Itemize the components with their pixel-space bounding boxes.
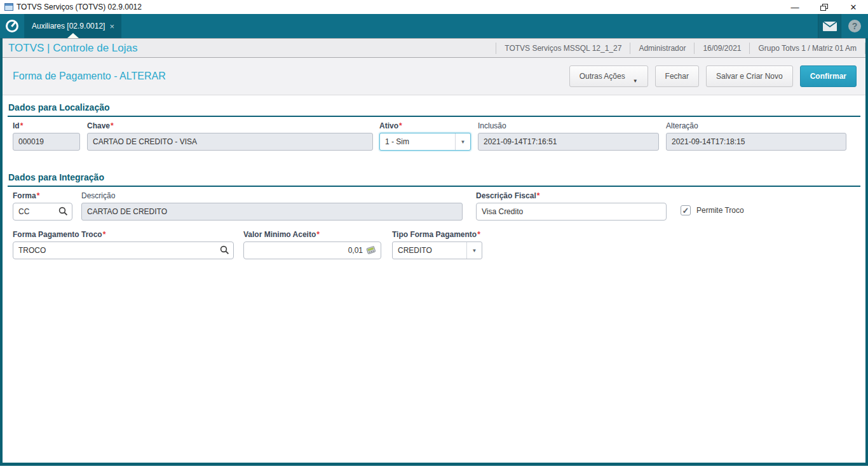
id-label: Id* [13, 121, 80, 130]
field-forma: Forma* [13, 191, 72, 221]
section-title-integracao: Dados para Integração [8, 172, 860, 187]
salvar-criar-novo-button[interactable]: Salvar e Criar Novo [706, 65, 793, 87]
help-button[interactable]: ? [841, 14, 868, 38]
calculator-icon[interactable] [366, 245, 377, 255]
field-descricao: Descrição [81, 191, 463, 221]
descricao-label: Descrição [81, 191, 463, 200]
alteracao-label: Alteração [666, 121, 846, 130]
chave-label: Chave* [87, 121, 373, 130]
required-marker: * [111, 121, 114, 130]
action-toolbar: Forma de Pagamento - ALTERAR Outras Açõe… [3, 58, 865, 95]
ativo-selected-value: 1 - Sim [380, 133, 455, 150]
tipo-forma-pagamento-label: Tipo Forma Pagamento* [392, 230, 482, 239]
permite-troco-checkbox-group[interactable]: ✓ Permite Troco [681, 205, 744, 215]
restore-icon[interactable] [810, 0, 839, 14]
tipo-forma-pagamento-select[interactable]: CREDITO ▼ [392, 241, 482, 259]
window-title: TOTVS Serviços (TOTVS) 02.9.0012 [17, 3, 142, 11]
app-window-icon [4, 3, 13, 11]
chevron-down-icon[interactable]: ▼ [466, 242, 482, 259]
field-valor-minimo: Valor Minimo Aceito* [243, 230, 381, 259]
required-marker: * [103, 230, 106, 239]
id-input[interactable] [13, 133, 80, 151]
required-marker: * [477, 230, 480, 239]
tab-close-icon[interactable]: × [109, 22, 114, 31]
mail-button[interactable] [818, 14, 841, 38]
row-localizacao: Id* Chave* Ativo* 1 - Sim ▼ Inclusão Alt… [8, 121, 860, 151]
row-integracao-1: Forma* Descrição Descrição Fiscal* ✓ [8, 191, 860, 221]
row-integracao-2: Forma Pagamento Troco* Valor Minimo Acei… [8, 230, 860, 259]
tab-bar: Auxiliares [02.9.0012] × ? [0, 14, 868, 38]
outras-acoes-label: Outras Ações [580, 72, 625, 81]
totvs-logo-icon [5, 19, 19, 33]
field-descricao-fiscal: Descrição Fiscal* [476, 191, 667, 221]
valor-minimo-input[interactable] [243, 241, 381, 259]
field-alteracao: Alteração [666, 121, 846, 151]
descricao-fiscal-label: Descrição Fiscal* [476, 191, 667, 200]
ativo-select[interactable]: 1 - Sim ▼ [379, 133, 471, 151]
section-title-localizacao: Dados para Localização [8, 102, 860, 117]
brand-bar: TOTVS | Controle de Lojas TOTVS Serviços… [3, 38, 865, 58]
required-marker: * [37, 191, 40, 200]
brand-title: TOTVS | Controle de Lojas [8, 42, 137, 55]
env-date: 16/09/2021 [694, 43, 749, 54]
forma-pagamento-troco-input[interactable] [13, 241, 234, 259]
checkbox-checked-icon[interactable]: ✓ [681, 205, 691, 215]
field-tipo-forma-pagamento: Tipo Forma Pagamento* CREDITO ▼ [392, 230, 482, 259]
chevron-down-icon[interactable]: ▼ [455, 133, 470, 150]
active-tab-caret [67, 33, 79, 38]
mail-icon [823, 22, 837, 31]
field-forma-pagamento-troco: Forma Pagamento Troco* [13, 230, 234, 259]
required-marker: * [399, 121, 402, 130]
fechar-button[interactable]: Fechar [655, 65, 699, 87]
totvs-logo-tile[interactable] [0, 14, 25, 38]
search-icon[interactable] [58, 207, 68, 216]
inclusao-label: Inclusão [478, 121, 659, 130]
field-inclusao: Inclusão [478, 121, 659, 151]
descricao-input[interactable] [81, 203, 463, 221]
tipo-forma-pagamento-selected-value: CREDITO [393, 242, 466, 259]
outras-acoes-button[interactable]: Outras Ações ▼ [569, 65, 648, 87]
ativo-label: Ativo* [379, 121, 471, 130]
confirmar-button[interactable]: Confirmar [800, 65, 857, 87]
chevron-down-icon: ▼ [633, 78, 638, 84]
field-id: Id* [13, 121, 80, 151]
required-marker: * [316, 230, 320, 239]
chave-input[interactable] [87, 133, 373, 151]
page-title: Forma de Pagamento - ALTERAR [13, 71, 166, 82]
permite-troco-label: Permite Troco [696, 206, 744, 215]
field-ativo: Ativo* 1 - Sim ▼ [379, 121, 471, 151]
close-window-icon[interactable]: ✕ [839, 0, 868, 14]
inclusao-input[interactable] [478, 133, 659, 151]
alteracao-input[interactable] [666, 133, 846, 151]
help-icon: ? [848, 20, 861, 32]
environment-info: TOTVS Serviços MSSQL 12_1_27 Administrad… [496, 39, 865, 57]
tab-auxiliares[interactable]: Auxiliares [02.9.0012] × [25, 14, 121, 38]
env-server: TOTVS Serviços MSSQL 12_1_27 [496, 43, 630, 54]
forma-label: Forma* [13, 191, 72, 200]
env-company: Grupo Totvs 1 / Matriz 01 Am [749, 43, 865, 54]
forma-pagamento-troco-label: Forma Pagamento Troco* [13, 230, 234, 239]
env-user: Administrador [630, 43, 694, 54]
search-icon[interactable] [220, 245, 229, 255]
minimize-icon[interactable]: — [780, 0, 810, 14]
required-marker: * [20, 121, 24, 130]
content-frame: TOTVS | Controle de Lojas TOTVS Serviços… [0, 38, 868, 466]
window-titlebar: TOTVS Serviços (TOTVS) 02.9.0012 — ✕ [0, 0, 868, 14]
valor-minimo-label: Valor Minimo Aceito* [243, 230, 381, 239]
descricao-fiscal-input[interactable] [476, 203, 667, 221]
tab-label: Auxiliares [02.9.0012] [32, 22, 105, 31]
field-chave: Chave* [87, 121, 373, 151]
required-marker: * [537, 191, 540, 200]
form-area: Dados para Localização Id* Chave* Ativo*… [3, 95, 865, 463]
